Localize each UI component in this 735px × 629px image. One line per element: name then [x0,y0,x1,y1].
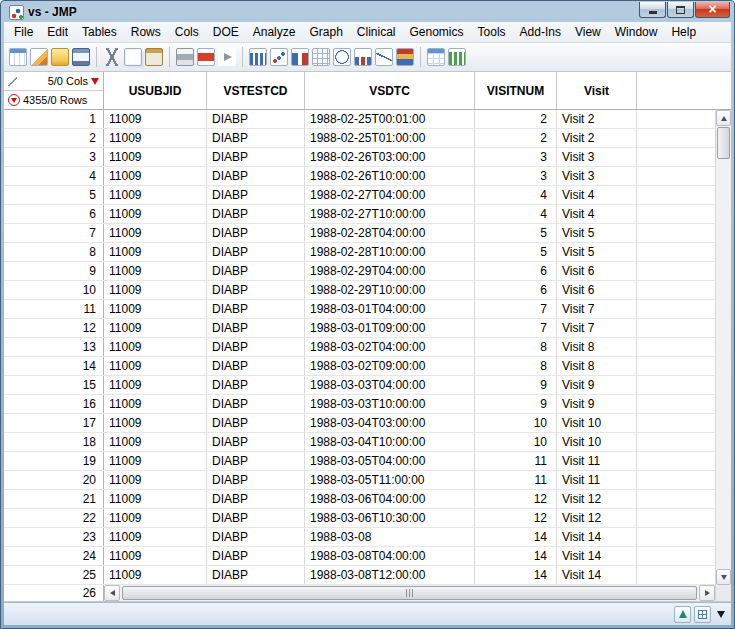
cell-usubjid[interactable]: 11009 [104,509,207,527]
cell-usubjid[interactable]: 11009 [104,243,207,261]
scroll-down-button[interactable] [716,569,731,585]
window-list-button[interactable] [694,606,711,623]
tabulate-icon[interactable] [427,48,445,66]
save-icon[interactable] [72,48,90,66]
menu-item-clinical[interactable]: Clinical [350,23,403,42]
cell-vstestcd[interactable]: DIABP [207,528,305,546]
cell-visit[interactable]: Visit 2 [557,129,637,147]
column-header-visitnum[interactable]: VISITNUM [475,72,557,109]
menu-item-doe[interactable]: DOE [206,23,246,42]
cell-visit[interactable]: Visit 6 [557,281,637,299]
cell-vstestcd[interactable]: DIABP [207,262,305,280]
cell-usubjid[interactable]: 11009 [104,395,207,413]
print-icon[interactable] [176,48,194,66]
cell-vsdtc[interactable]: 1988-02-26T03:00:00 [305,148,475,166]
menu-item-file[interactable]: File [7,23,40,42]
cell-vsdtc[interactable]: 1988-03-02T09:00:00 [305,357,475,375]
cell-vstestcd[interactable]: DIABP [207,243,305,261]
cell-vsdtc[interactable]: 1988-03-05T04:00:00 [305,452,475,470]
cell-usubjid[interactable]: 11009 [104,167,207,185]
close-button[interactable] [695,2,730,18]
cell-usubjid[interactable]: 11009 [104,357,207,375]
cell-visit[interactable]: Visit 4 [557,186,637,204]
row-number[interactable]: 3 [4,148,104,166]
menu-item-analyze[interactable]: Analyze [246,23,303,42]
row-number[interactable]: 14 [4,357,104,375]
categorical-icon[interactable] [396,48,414,66]
cell-visitnum[interactable]: 9 [475,395,557,413]
cell-visit[interactable]: Visit 10 [557,433,637,451]
cell-visitnum[interactable]: 14 [475,566,557,584]
row-number[interactable]: 25 [4,566,104,584]
cell-vstestcd[interactable]: DIABP [207,395,305,413]
graph-builder-icon[interactable] [448,48,466,66]
fit-model-icon[interactable] [312,48,330,66]
cell-vsdtc[interactable]: 1988-03-06T04:00:00 [305,490,475,508]
cell-visit[interactable]: Visit 3 [557,167,637,185]
cell-vsdtc[interactable]: 1988-03-03T04:00:00 [305,376,475,394]
row-number[interactable]: 11 [4,300,104,318]
column-header-usubjid[interactable]: USUBJID [104,72,207,109]
column-header-visit[interactable]: Visit [557,72,637,109]
column-header-vsdtc[interactable]: VSDTC [305,72,475,109]
row-number[interactable]: 22 [4,509,104,527]
cell-vsdtc[interactable]: 1988-02-26T10:00:00 [305,167,475,185]
cell-usubjid[interactable]: 11009 [104,110,207,128]
paste-icon[interactable] [145,48,163,66]
time-series-icon[interactable] [375,48,393,66]
fit-y-by-x-icon[interactable] [270,48,288,66]
cell-visitnum[interactable]: 2 [475,129,557,147]
vertical-scrollbar-thumb[interactable] [717,127,730,159]
cell-usubjid[interactable]: 11009 [104,300,207,318]
cell-visitnum[interactable]: 10 [475,414,557,432]
cell-vstestcd[interactable]: DIABP [207,452,305,470]
cell-vstestcd[interactable]: DIABP [207,509,305,527]
menu-item-genomics[interactable]: Genomics [403,23,471,42]
cell-usubjid[interactable]: 11009 [104,471,207,489]
cell-visitnum[interactable]: 3 [475,148,557,166]
horizontal-scrollbar-track[interactable] [120,585,699,601]
multivariate-icon[interactable] [333,48,351,66]
jmp-app-icon[interactable] [9,5,24,20]
cell-visitnum[interactable]: 9 [475,376,557,394]
partition-icon[interactable] [354,48,372,66]
cell-vsdtc[interactable]: 1988-03-08T04:00:00 [305,547,475,565]
cell-vsdtc[interactable]: 1988-02-25T00:01:00 [305,110,475,128]
cell-visitnum[interactable]: 6 [475,262,557,280]
cell-vsdtc[interactable]: 1988-02-29T10:00:00 [305,281,475,299]
row-number[interactable]: 12 [4,319,104,337]
row-number[interactable]: 7 [4,224,104,242]
row-number[interactable]: 9 [4,262,104,280]
horizontal-scrollbar-thumb[interactable] [122,586,697,600]
run-script-icon[interactable] [218,48,236,66]
cell-vstestcd[interactable]: DIABP [207,281,305,299]
cell-visitnum[interactable]: 14 [475,547,557,565]
cell-vsdtc[interactable]: 1988-03-04T10:00:00 [305,433,475,451]
cell-vstestcd[interactable]: DIABP [207,357,305,375]
row-number[interactable]: 4 [4,167,104,185]
cell-usubjid[interactable]: 11009 [104,433,207,451]
vertical-scrollbar-track[interactable] [716,160,731,569]
cell-visitnum[interactable]: 4 [475,186,557,204]
cell-vsdtc[interactable]: 1988-03-02T04:00:00 [305,338,475,356]
menu-item-tools[interactable]: Tools [471,23,513,42]
cell-visitnum[interactable]: 12 [475,490,557,508]
cell-usubjid[interactable]: 11009 [104,319,207,337]
menu-item-edit[interactable]: Edit [40,23,75,42]
columns-red-triangle-icon[interactable] [91,78,99,85]
cell-visit[interactable]: Visit 14 [557,566,637,584]
cell-visit[interactable]: Visit 14 [557,528,637,546]
cell-visit[interactable]: Visit 9 [557,376,637,394]
cell-visitnum[interactable]: 5 [475,224,557,242]
cell-visit[interactable]: Visit 2 [557,110,637,128]
cell-vstestcd[interactable]: DIABP [207,186,305,204]
cell-visit[interactable]: Visit 5 [557,224,637,242]
row-number[interactable]: 19 [4,452,104,470]
cell-usubjid[interactable]: 11009 [104,490,207,508]
cell-vstestcd[interactable]: DIABP [207,338,305,356]
cell-vsdtc[interactable]: 1988-03-01T04:00:00 [305,300,475,318]
cell-visit[interactable]: Visit 9 [557,395,637,413]
row-number[interactable]: 2 [4,129,104,147]
column-header-vstestcd[interactable]: VSTESTCD [207,72,305,109]
menu-item-tables[interactable]: Tables [75,23,124,42]
